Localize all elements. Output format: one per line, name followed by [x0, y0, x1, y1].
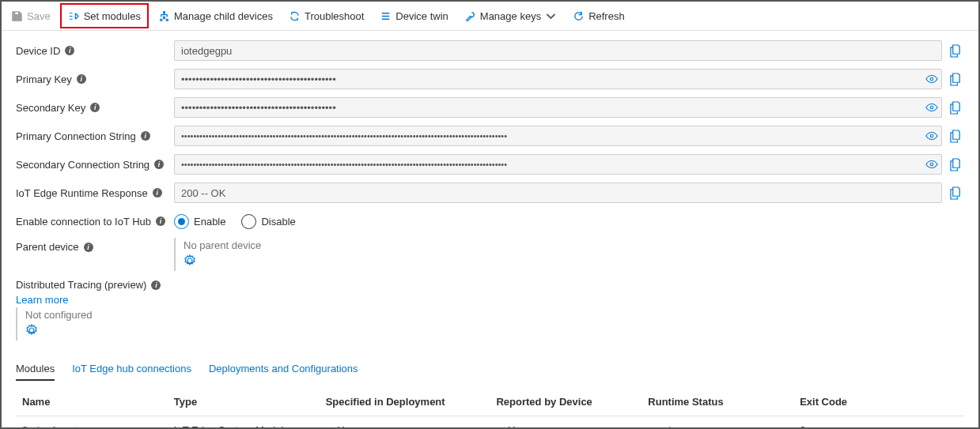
- primary-key-label: Primary Key i: [16, 73, 174, 85]
- secondary-key-field[interactable]: ••••••••••••••••••••••••••••••••••••••••…: [174, 97, 942, 118]
- tracing-status-text: Not configured: [25, 309, 966, 321]
- info-icon[interactable]: i: [154, 160, 164, 169]
- reveal-button[interactable]: [921, 160, 942, 169]
- secondary-cs-label: Secondary Connection String i: [16, 159, 174, 171]
- col-runtime[interactable]: Runtime Status: [641, 388, 793, 416]
- module-name-link[interactable]: $edgeAgent: [22, 424, 78, 429]
- col-name[interactable]: Name: [16, 388, 168, 416]
- refresh-label: Refresh: [588, 10, 625, 22]
- svg-point-0: [930, 77, 933, 81]
- tab-modules[interactable]: Modules: [16, 358, 55, 381]
- device-twin-icon: [380, 10, 392, 22]
- primary-cs-label: Primary Connection String i: [16, 130, 174, 142]
- save-button[interactable]: Save: [5, 5, 57, 27]
- refresh-icon: [573, 10, 585, 22]
- primary-key-field[interactable]: ••••••••••••••••••••••••••••••••••••••••…: [174, 69, 942, 89]
- manage-child-label: Manage child devices: [174, 10, 273, 22]
- reveal-button[interactable]: [921, 103, 942, 112]
- info-icon[interactable]: i: [90, 103, 100, 112]
- tab-bar: Modules IoT Edge hub connections Deploym…: [16, 358, 978, 382]
- col-type[interactable]: Type: [168, 388, 320, 416]
- info-icon[interactable]: i: [84, 243, 93, 252]
- tab-deployments[interactable]: Deployments and Configurations: [209, 358, 358, 381]
- chevron-down-icon: [545, 10, 557, 22]
- device-id-label: Device ID i: [16, 45, 174, 57]
- runtime-response-label: IoT Edge Runtime Response i: [16, 187, 174, 199]
- primary-cs-field[interactable]: ••••••••••••••••••••••••••••••••••••••••…: [174, 126, 942, 146]
- troubleshoot-label: Troubleshoot: [305, 10, 364, 22]
- enable-connection-radio-group: Enable Disable: [174, 214, 296, 229]
- copy-button[interactable]: [945, 130, 966, 143]
- parent-device-label: Parent device i: [16, 238, 174, 253]
- set-modules-icon: [68, 10, 80, 22]
- manage-child-devices-button[interactable]: Manage child devices: [152, 5, 279, 27]
- table-header-row: Name Type Specified in Deployment Report…: [16, 388, 964, 416]
- info-icon[interactable]: i: [77, 74, 86, 84]
- manage-keys-button[interactable]: Manage keys: [458, 5, 563, 27]
- runtime-response-field: 200 -- OK: [174, 183, 942, 203]
- modules-table: Name Type Specified in Deployment Report…: [16, 388, 964, 429]
- gear-icon[interactable]: [25, 324, 38, 337]
- info-icon[interactable]: i: [151, 280, 161, 290]
- device-id-field[interactable]: iotedgegpu: [174, 40, 942, 61]
- set-modules-button[interactable]: Set modules: [60, 3, 149, 28]
- device-twin-button[interactable]: Device twin: [373, 5, 454, 27]
- troubleshoot-button[interactable]: Troubleshoot: [282, 5, 370, 27]
- col-exit[interactable]: Exit Code: [793, 388, 964, 416]
- table-row: $edgeAgentIoT Edge System Module✓Yes✓Yes…: [16, 416, 964, 430]
- enable-radio[interactable]: Enable: [174, 214, 225, 229]
- refresh-button[interactable]: Refresh: [566, 5, 631, 27]
- info-icon[interactable]: i: [65, 46, 74, 55]
- key-icon: [464, 10, 476, 22]
- reveal-button[interactable]: [921, 131, 942, 141]
- module-exit: 0: [793, 416, 964, 430]
- copy-button[interactable]: [945, 44, 966, 58]
- hierarchy-icon: [158, 10, 170, 22]
- tracing-status-box: Not configured: [16, 307, 966, 341]
- command-bar: Save Set modules Manage child devices Tr…: [2, 2, 978, 31]
- info-icon[interactable]: i: [156, 216, 165, 226]
- parent-device-value: No parent device: [184, 239, 261, 251]
- manage-keys-label: Manage keys: [480, 10, 541, 22]
- svg-point-1: [930, 106, 933, 109]
- set-modules-label: Set modules: [84, 10, 141, 22]
- save-icon: [11, 10, 23, 22]
- copy-button[interactable]: [945, 73, 966, 86]
- tab-hub-connections[interactable]: IoT Edge hub connections: [72, 358, 191, 381]
- col-specified[interactable]: Specified in Deployment: [320, 388, 490, 416]
- svg-point-3: [930, 163, 933, 166]
- info-icon[interactable]: i: [153, 188, 162, 198]
- learn-more-link[interactable]: Learn more: [16, 294, 68, 306]
- info-icon[interactable]: i: [141, 131, 150, 141]
- module-runtime-link[interactable]: running: [648, 424, 682, 429]
- svg-point-2: [930, 134, 933, 137]
- copy-button[interactable]: [945, 186, 966, 200]
- secondary-key-label: Secondary Key i: [16, 102, 174, 114]
- enable-connection-label: Enable connection to IoT Hub i: [16, 216, 174, 228]
- module-reported: ✓Yes: [490, 416, 641, 430]
- save-label: Save: [27, 10, 51, 22]
- module-specified: ✓Yes: [320, 416, 490, 430]
- copy-button[interactable]: [945, 158, 966, 171]
- parent-device-box: No parent device: [174, 238, 261, 271]
- col-reported[interactable]: Reported by Device: [490, 388, 641, 416]
- troubleshoot-icon: [289, 10, 301, 22]
- reveal-button[interactable]: [921, 74, 942, 84]
- gear-icon[interactable]: [184, 254, 196, 267]
- secondary-cs-field[interactable]: ••••••••••••••••••••••••••••••••••••••••…: [174, 154, 942, 175]
- distributed-tracing-label: Distributed Tracing (preview) i: [16, 279, 966, 291]
- device-twin-label: Device twin: [395, 10, 448, 22]
- disable-radio[interactable]: Disable: [241, 214, 295, 229]
- module-type: IoT Edge System Module: [168, 416, 320, 430]
- copy-button[interactable]: [945, 101, 966, 115]
